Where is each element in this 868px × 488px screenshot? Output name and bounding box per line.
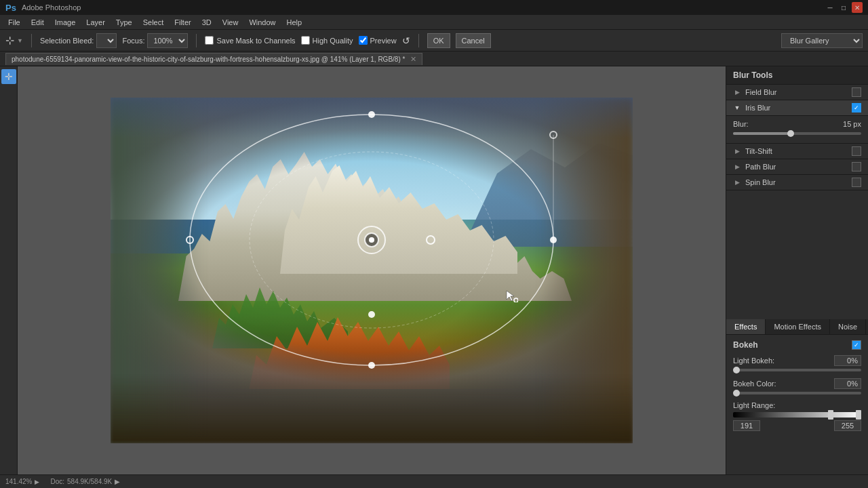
titlebar-controls: ─ □ ✕: [825, 2, 863, 13]
effects-content: Bokeh Light Bokeh: 0% Bokeh Color: 0%: [726, 335, 868, 474]
bokeh-checkbox[interactable]: [852, 340, 861, 350]
light-range-label: Light Range:: [733, 401, 775, 409]
light-bokeh-slider[interactable]: [733, 369, 861, 371]
selection-bleed-label: Selection Bleed:: [40, 37, 94, 45]
maximize-button[interactable]: □: [838, 2, 849, 13]
high-quality-checkbox[interactable]: [301, 36, 310, 45]
light-range-right-thumb[interactable]: [856, 410, 861, 420]
bokeh-color-slider[interactable]: [733, 392, 861, 394]
refresh-icon[interactable]: ↺: [402, 35, 410, 46]
ok-button[interactable]: OK: [427, 33, 450, 48]
menu-image[interactable]: Image: [50, 17, 81, 28]
canvas-area[interactable]: [18, 66, 726, 474]
bokeh-color-value: 0%: [834, 378, 861, 389]
cancel-button[interactable]: Cancel: [456, 33, 491, 48]
path-blur-checkbox[interactable]: [852, 162, 861, 171]
zoom-status: 141.42% ▶: [5, 478, 39, 485]
menu-filter[interactable]: Filter: [169, 17, 196, 28]
tool-icon: ⊹ ▼: [5, 34, 23, 47]
light-bokeh-label: Light Bokeh:: [733, 357, 774, 365]
bokeh-header: Bokeh: [733, 340, 861, 350]
menu-window[interactable]: Window: [243, 17, 281, 28]
light-range-header: Light Range:: [733, 401, 861, 409]
tab-close-icon[interactable]: ✕: [410, 55, 416, 64]
save-mask-checkbox[interactable]: [205, 36, 214, 45]
tab-effects[interactable]: Effects: [726, 319, 766, 334]
light-bokeh-header: Light Bokeh: 0%: [733, 355, 861, 366]
doc-size-status: Doc: 584.9K/584.9K ▶: [50, 478, 120, 485]
path-blur-expand-icon: ▶: [733, 163, 741, 171]
iris-blur-item[interactable]: ▼ Iris Blur: [726, 100, 868, 116]
preview-checkbox[interactable]: [359, 36, 368, 45]
bokeh-color-thumb[interactable]: [733, 390, 740, 396]
toolbar-separator-2: [196, 34, 197, 47]
bokeh-title: Bokeh: [733, 340, 758, 350]
light-range-right-value: 255: [834, 420, 861, 431]
path-blur-item[interactable]: ▶ Path Blur: [726, 159, 868, 175]
document-tab[interactable]: photodune-6559134-panoramic-view-of-the-…: [5, 53, 422, 65]
spin-blur-checkbox[interactable]: [852, 178, 861, 187]
high-quality-label: High Quality: [313, 37, 353, 45]
light-bokeh-control: Light Bokeh: 0%: [733, 355, 861, 371]
field-blur-item[interactable]: ▶ Field Blur: [726, 85, 868, 100]
minimize-button[interactable]: ─: [825, 2, 835, 13]
panel-spacer: [726, 190, 868, 319]
main-area: ✛: [0, 66, 868, 474]
left-tool-move[interactable]: ✛: [1, 69, 16, 84]
blur-gallery-select[interactable]: Blur Gallery: [781, 33, 863, 48]
zoom-value: 141.42%: [5, 478, 32, 485]
iris-blur-controls: Blur: 15 px: [726, 116, 868, 144]
field-blur-label: Field Blur: [745, 88, 852, 96]
toolbar: ⊹ ▼ Selection Bleed: Focus: 100% Save Ma…: [0, 30, 868, 52]
selection-bleed-select[interactable]: [96, 33, 117, 48]
light-range-track[interactable]: [733, 412, 861, 418]
left-toolbar: ✛: [0, 66, 18, 474]
menu-file[interactable]: File: [3, 17, 26, 28]
titlebar-title: Adobe Photoshop: [22, 3, 81, 12]
light-bokeh-thumb[interactable]: [733, 367, 740, 373]
light-range-left-value: 191: [733, 420, 760, 431]
zoom-expand-icon: ▶: [35, 479, 39, 485]
focus-select[interactable]: 100%: [147, 33, 188, 48]
bokeh-color-label: Bokeh Color:: [733, 380, 776, 388]
tilt-shift-checkbox[interactable]: [852, 146, 861, 156]
field-blur-expand-icon: ▶: [733, 88, 741, 96]
light-range-control: Light Range: 191 255: [733, 401, 861, 431]
blur-slider-thumb[interactable]: [787, 130, 794, 137]
status-arrow-icon[interactable]: ▶: [115, 478, 120, 485]
menu-type[interactable]: Type: [111, 17, 138, 28]
menu-select[interactable]: Select: [138, 17, 170, 28]
tab-noise[interactable]: Noise: [830, 319, 866, 334]
tab-motion-effects[interactable]: Motion Effects: [766, 319, 830, 334]
tilt-shift-item[interactable]: ▶ Tilt-Shift: [726, 144, 868, 159]
light-range-left-thumb[interactable]: [828, 410, 833, 420]
statusbar: 141.42% ▶ Doc: 584.9K/584.9K ▶: [0, 474, 868, 488]
save-mask-label: Save Mask to Channels: [216, 37, 295, 45]
tilt-shift-label: Tilt-Shift: [745, 147, 852, 155]
canvas-container: [111, 98, 633, 443]
blur-label: Blur:: [733, 120, 827, 128]
iris-blur-checkbox[interactable]: [852, 103, 861, 113]
field-blur-checkbox[interactable]: [852, 87, 861, 97]
document-filename: photodune-6559134-panoramic-view-of-the-…: [12, 56, 405, 63]
toolbar-separator-1: [31, 34, 32, 47]
blur-tools-title: Blur Tools: [733, 70, 772, 80]
doc-label: Doc:: [50, 478, 64, 485]
menu-help[interactable]: Help: [281, 17, 308, 28]
canvas-image: [111, 98, 633, 443]
spin-blur-item[interactable]: ▶ Spin Blur: [726, 175, 868, 190]
bokeh-color-control: Bokeh Color: 0%: [733, 378, 861, 394]
menu-edit[interactable]: Edit: [26, 17, 50, 28]
blur-slider-track[interactable]: [733, 132, 861, 135]
high-quality-control: High Quality: [301, 36, 353, 45]
document-tabs: photodune-6559134-panoramic-view-of-the-…: [0, 52, 868, 66]
titlebar: Ps Adobe Photoshop ─ □ ✕: [0, 0, 868, 15]
menu-view[interactable]: View: [217, 17, 244, 28]
menubar: File Edit Image Layer Type Select Filter…: [0, 15, 868, 30]
menu-layer[interactable]: Layer: [81, 17, 111, 28]
selection-bleed-control: Selection Bleed:: [40, 33, 117, 48]
preview-control: Preview: [359, 36, 397, 45]
close-button[interactable]: ✕: [852, 2, 863, 13]
menu-3d[interactable]: 3D: [197, 17, 217, 28]
preview-label: Preview: [370, 37, 397, 45]
